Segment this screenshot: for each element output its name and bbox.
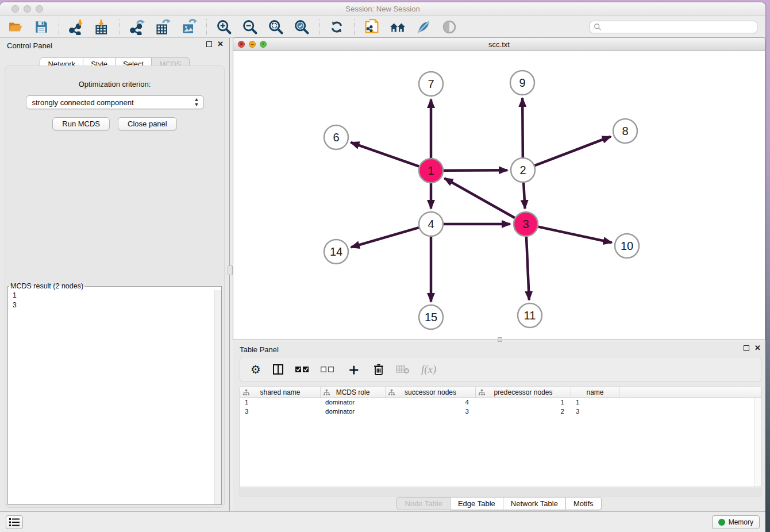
graph-node-14[interactable]: 14 xyxy=(324,240,348,264)
table-row[interactable]: 3 dominator 3 2 3 xyxy=(240,407,761,417)
close-panel-icon[interactable]: ✕ xyxy=(754,345,761,351)
task-history-button[interactable] xyxy=(6,515,23,529)
panel-splitter-handle[interactable] xyxy=(228,265,233,275)
graph-node-9[interactable]: 9 xyxy=(510,71,534,95)
deselect-all-button[interactable] xyxy=(321,366,334,373)
graph-edge-1-2[interactable] xyxy=(444,170,507,171)
column-header-predecessor-nodes[interactable]: predecessor nodes xyxy=(476,387,571,398)
graph-node-11[interactable]: 11 xyxy=(518,303,542,327)
cell-mcds-role: dominator xyxy=(321,407,386,417)
zoom-in-button[interactable] xyxy=(213,18,235,36)
column-header-mcds-role[interactable]: MCDS role xyxy=(321,387,386,398)
network-frame-title: scc.txt xyxy=(233,40,765,49)
graph-edge-3-10[interactable] xyxy=(538,227,612,243)
export-table-button[interactable] xyxy=(152,18,174,36)
table-row[interactable]: 1 dominator 4 1 1 xyxy=(240,398,761,407)
export-image-button[interactable] xyxy=(178,18,200,36)
hierarchy-icon xyxy=(388,390,395,396)
close-panel-icon[interactable]: ✕ xyxy=(217,41,224,47)
search-input[interactable] xyxy=(604,22,757,32)
add-column-button[interactable]: ＋ xyxy=(346,364,361,375)
style-brush-button[interactable] xyxy=(413,18,434,36)
graph-node-1[interactable]: 1 xyxy=(419,159,443,183)
copy-network-button[interactable] xyxy=(361,18,383,36)
cell-name: 1 xyxy=(571,398,619,407)
graph-node-7[interactable]: 7 xyxy=(419,72,443,96)
graph-node-2[interactable]: 2 xyxy=(511,158,535,182)
delete-column-button[interactable] xyxy=(373,363,384,376)
graph-node-label: 6 xyxy=(333,131,339,144)
split-panel-icon xyxy=(272,364,284,375)
table-vertical-scrollbar[interactable] xyxy=(754,398,761,487)
zoom-out-icon xyxy=(242,19,258,35)
criterion-dropdown[interactable]: strongly connected component ▲▼ xyxy=(26,95,204,109)
graph-edge-4-14[interactable] xyxy=(351,228,419,247)
toolbar-search xyxy=(590,21,757,33)
graph-node-15[interactable]: 15 xyxy=(419,305,443,329)
float-panel-icon[interactable] xyxy=(744,345,749,351)
graph-node-4[interactable]: 4 xyxy=(419,212,443,236)
split-panel-button[interactable] xyxy=(272,364,284,375)
zoom-in-icon xyxy=(216,19,232,35)
frame-resize-grip[interactable] xyxy=(498,337,502,342)
float-panel-icon[interactable] xyxy=(206,41,212,47)
zoom-fit-button[interactable] xyxy=(265,18,287,36)
main-toolbar xyxy=(0,16,765,38)
graph-node-label: 15 xyxy=(425,311,437,323)
graph-edge-2-3[interactable] xyxy=(523,183,525,209)
zoom-out-button[interactable] xyxy=(239,18,261,36)
cell-successor-nodes: 3 xyxy=(386,407,476,417)
delete-table-button[interactable] xyxy=(396,365,410,374)
graph-node-10[interactable]: 10 xyxy=(615,234,639,258)
graph-edge-2-9[interactable] xyxy=(522,98,523,157)
graph-node-6[interactable]: 6 xyxy=(324,125,348,149)
cell-predecessor-nodes: 2 xyxy=(476,407,571,417)
cell-successor-nodes: 4 xyxy=(386,398,476,407)
home-layout-button[interactable] xyxy=(387,18,409,36)
graph-node-3[interactable]: 3 xyxy=(514,212,538,236)
graph-edge-1-6[interactable] xyxy=(351,142,419,167)
result-scrollbar[interactable] xyxy=(214,290,221,504)
dropdown-stepper-icon: ▲▼ xyxy=(194,97,199,107)
refresh-layout-button[interactable] xyxy=(326,18,348,36)
memory-status-icon xyxy=(718,519,725,526)
graph-node-8[interactable]: 8 xyxy=(613,119,637,143)
save-session-button[interactable] xyxy=(30,18,52,36)
application-window: Session: New Session xyxy=(0,2,765,532)
save-floppy-icon xyxy=(34,20,49,34)
run-mcds-button[interactable]: Run MCDS xyxy=(52,117,110,130)
tab-network-table[interactable]: Network Table xyxy=(503,497,566,510)
open-session-button[interactable] xyxy=(5,18,26,36)
graph-edge-2-8[interactable] xyxy=(535,137,611,166)
import-table-icon xyxy=(94,19,110,35)
graph-node-label: 4 xyxy=(428,218,434,230)
table-horizontal-scrollbar[interactable] xyxy=(240,488,761,496)
close-panel-button[interactable]: Close panel xyxy=(118,117,177,130)
import-network-button[interactable] xyxy=(66,18,87,36)
graph-edge-3-11[interactable] xyxy=(526,237,529,300)
cell-shared-name: 1 xyxy=(240,398,321,407)
window-title: Session: New Session xyxy=(0,5,765,13)
mcds-result-group: MCDS result (2 nodes) 1 3 xyxy=(7,282,222,505)
export-network-button[interactable] xyxy=(126,18,148,36)
column-header-shared-name[interactable]: shared name xyxy=(240,387,321,398)
import-table-button[interactable] xyxy=(91,18,113,36)
eye-button[interactable] xyxy=(438,18,460,36)
select-all-button[interactable] xyxy=(295,366,309,373)
tab-motifs[interactable]: Motifs xyxy=(566,497,602,510)
zoom-selected-button[interactable] xyxy=(291,18,313,36)
tab-node-table[interactable]: Node Table xyxy=(396,497,451,510)
mcds-result-text[interactable]: 1 3 xyxy=(8,290,214,504)
criterion-value: strongly connected component xyxy=(32,98,134,107)
function-builder-button[interactable]: f(x) xyxy=(421,363,436,376)
memory-button[interactable]: Memory xyxy=(712,515,760,529)
table-settings-button[interactable]: ⚙ xyxy=(251,364,261,375)
column-header-name[interactable]: name xyxy=(571,387,619,398)
cell-predecessor-nodes: 1 xyxy=(476,398,571,407)
column-header-successor-nodes[interactable]: successor nodes xyxy=(386,387,476,398)
toolbar-separator xyxy=(354,19,355,35)
search-icon xyxy=(594,23,602,31)
tab-edge-table[interactable]: Edge Table xyxy=(451,497,503,510)
network-canvas[interactable]: 7968124314101511 xyxy=(233,51,765,340)
graph-edge-3-1[interactable] xyxy=(445,178,515,218)
